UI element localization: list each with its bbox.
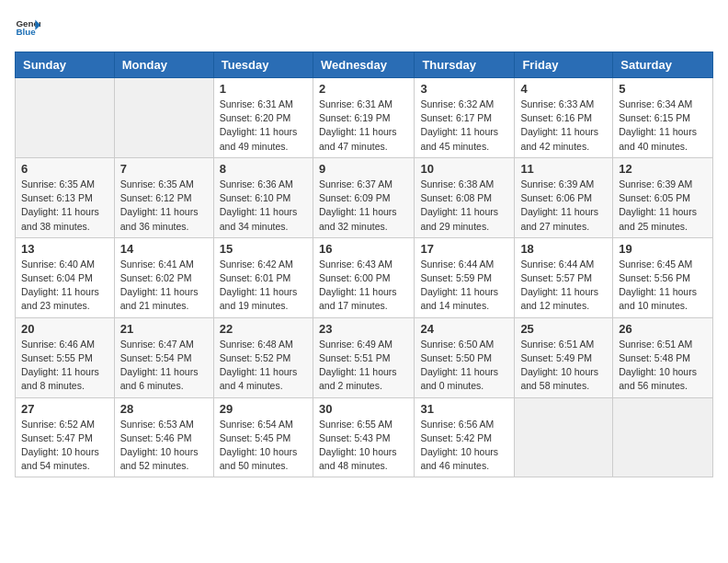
day-number: 13 bbox=[21, 242, 108, 256]
day-number: 4 bbox=[520, 82, 607, 96]
day-info: Sunrise: 6:49 AM Sunset: 5:51 PM Dayligh… bbox=[319, 338, 408, 394]
day-number: 31 bbox=[420, 402, 508, 416]
day-number: 30 bbox=[319, 402, 408, 416]
calendar-cell: 31Sunrise: 6:56 AM Sunset: 5:42 PM Dayli… bbox=[415, 397, 515, 477]
day-header-friday: Friday bbox=[515, 52, 613, 78]
day-info: Sunrise: 6:53 AM Sunset: 5:46 PM Dayligh… bbox=[120, 418, 208, 474]
calendar-cell bbox=[114, 78, 213, 158]
calendar-cell: 25Sunrise: 6:51 AM Sunset: 5:49 PM Dayli… bbox=[515, 317, 613, 397]
day-info: Sunrise: 6:31 AM Sunset: 6:19 PM Dayligh… bbox=[319, 98, 408, 154]
day-header-thursday: Thursday bbox=[415, 52, 515, 78]
day-info: Sunrise: 6:56 AM Sunset: 5:42 PM Dayligh… bbox=[420, 418, 508, 474]
calendar-cell bbox=[515, 397, 613, 477]
day-number: 17 bbox=[420, 242, 508, 256]
day-number: 11 bbox=[520, 162, 607, 176]
day-info: Sunrise: 6:48 AM Sunset: 5:52 PM Dayligh… bbox=[220, 338, 307, 394]
day-header-monday: Monday bbox=[114, 52, 213, 78]
calendar-cell: 24Sunrise: 6:50 AM Sunset: 5:50 PM Dayli… bbox=[415, 317, 515, 397]
day-header-saturday: Saturday bbox=[613, 52, 713, 78]
calendar-cell: 28Sunrise: 6:53 AM Sunset: 5:46 PM Dayli… bbox=[114, 397, 213, 477]
day-number: 5 bbox=[619, 82, 707, 96]
day-info: Sunrise: 6:41 AM Sunset: 6:02 PM Dayligh… bbox=[120, 258, 208, 314]
logo-icon: General Blue bbox=[15, 15, 40, 40]
day-info: Sunrise: 6:43 AM Sunset: 6:00 PM Dayligh… bbox=[319, 258, 408, 314]
day-number: 28 bbox=[120, 402, 208, 416]
day-info: Sunrise: 6:45 AM Sunset: 5:56 PM Dayligh… bbox=[619, 258, 707, 314]
day-info: Sunrise: 6:33 AM Sunset: 6:16 PM Dayligh… bbox=[520, 98, 607, 154]
day-info: Sunrise: 6:34 AM Sunset: 6:15 PM Dayligh… bbox=[619, 98, 707, 154]
calendar-header-row: SundayMondayTuesdayWednesdayThursdayFrid… bbox=[16, 52, 713, 78]
calendar-week-row: 27Sunrise: 6:52 AM Sunset: 5:47 PM Dayli… bbox=[16, 397, 713, 477]
calendar-cell: 13Sunrise: 6:40 AM Sunset: 6:04 PM Dayli… bbox=[16, 237, 115, 317]
day-number: 14 bbox=[120, 242, 208, 256]
day-info: Sunrise: 6:35 AM Sunset: 6:13 PM Dayligh… bbox=[21, 178, 108, 234]
calendar-cell: 27Sunrise: 6:52 AM Sunset: 5:47 PM Dayli… bbox=[16, 397, 115, 477]
day-number: 6 bbox=[21, 162, 108, 176]
calendar-week-row: 20Sunrise: 6:46 AM Sunset: 5:55 PM Dayli… bbox=[16, 317, 713, 397]
calendar-cell: 23Sunrise: 6:49 AM Sunset: 5:51 PM Dayli… bbox=[313, 317, 414, 397]
calendar-cell: 4Sunrise: 6:33 AM Sunset: 6:16 PM Daylig… bbox=[515, 78, 613, 158]
day-info: Sunrise: 6:46 AM Sunset: 5:55 PM Dayligh… bbox=[21, 338, 108, 394]
calendar-cell: 12Sunrise: 6:39 AM Sunset: 6:05 PM Dayli… bbox=[613, 157, 713, 237]
day-info: Sunrise: 6:31 AM Sunset: 6:20 PM Dayligh… bbox=[220, 98, 307, 154]
calendar-cell: 19Sunrise: 6:45 AM Sunset: 5:56 PM Dayli… bbox=[613, 237, 713, 317]
day-info: Sunrise: 6:44 AM Sunset: 5:59 PM Dayligh… bbox=[420, 258, 508, 314]
day-info: Sunrise: 6:39 AM Sunset: 6:06 PM Dayligh… bbox=[520, 178, 607, 234]
day-header-sunday: Sunday bbox=[16, 52, 115, 78]
calendar-cell bbox=[613, 397, 713, 477]
day-info: Sunrise: 6:44 AM Sunset: 5:57 PM Dayligh… bbox=[520, 258, 607, 314]
calendar-cell bbox=[16, 78, 115, 158]
day-number: 7 bbox=[120, 162, 208, 176]
logo: General Blue bbox=[15, 15, 44, 40]
day-number: 21 bbox=[120, 322, 208, 336]
day-number: 20 bbox=[21, 322, 108, 336]
svg-text:Blue: Blue bbox=[16, 27, 36, 37]
day-number: 19 bbox=[619, 242, 707, 256]
day-info: Sunrise: 6:51 AM Sunset: 5:49 PM Dayligh… bbox=[520, 338, 607, 394]
day-number: 16 bbox=[319, 242, 408, 256]
day-info: Sunrise: 6:36 AM Sunset: 6:10 PM Dayligh… bbox=[220, 178, 307, 234]
calendar-week-row: 6Sunrise: 6:35 AM Sunset: 6:13 PM Daylig… bbox=[16, 157, 713, 237]
calendar-cell: 5Sunrise: 6:34 AM Sunset: 6:15 PM Daylig… bbox=[613, 78, 713, 158]
day-info: Sunrise: 6:40 AM Sunset: 6:04 PM Dayligh… bbox=[21, 258, 108, 314]
calendar-cell: 14Sunrise: 6:41 AM Sunset: 6:02 PM Dayli… bbox=[114, 237, 213, 317]
day-number: 15 bbox=[220, 242, 307, 256]
day-info: Sunrise: 6:35 AM Sunset: 6:12 PM Dayligh… bbox=[120, 178, 208, 234]
day-number: 18 bbox=[520, 242, 607, 256]
day-number: 23 bbox=[319, 322, 408, 336]
day-info: Sunrise: 6:37 AM Sunset: 6:09 PM Dayligh… bbox=[319, 178, 408, 234]
calendar-week-row: 1Sunrise: 6:31 AM Sunset: 6:20 PM Daylig… bbox=[16, 78, 713, 158]
day-header-wednesday: Wednesday bbox=[313, 52, 414, 78]
day-number: 9 bbox=[319, 162, 408, 176]
calendar-cell: 9Sunrise: 6:37 AM Sunset: 6:09 PM Daylig… bbox=[313, 157, 414, 237]
day-number: 29 bbox=[220, 402, 307, 416]
calendar-cell: 7Sunrise: 6:35 AM Sunset: 6:12 PM Daylig… bbox=[114, 157, 213, 237]
calendar-cell: 15Sunrise: 6:42 AM Sunset: 6:01 PM Dayli… bbox=[213, 237, 313, 317]
page-header: General Blue bbox=[15, 15, 713, 40]
day-number: 10 bbox=[420, 162, 508, 176]
calendar-cell: 30Sunrise: 6:55 AM Sunset: 5:43 PM Dayli… bbox=[313, 397, 414, 477]
day-header-tuesday: Tuesday bbox=[213, 52, 313, 78]
calendar-cell: 2Sunrise: 6:31 AM Sunset: 6:19 PM Daylig… bbox=[313, 78, 414, 158]
calendar-table: SundayMondayTuesdayWednesdayThursdayFrid… bbox=[15, 52, 713, 477]
calendar-cell: 6Sunrise: 6:35 AM Sunset: 6:13 PM Daylig… bbox=[16, 157, 115, 237]
day-info: Sunrise: 6:42 AM Sunset: 6:01 PM Dayligh… bbox=[220, 258, 307, 314]
day-number: 1 bbox=[220, 82, 307, 96]
day-number: 25 bbox=[520, 322, 607, 336]
calendar-cell: 16Sunrise: 6:43 AM Sunset: 6:00 PM Dayli… bbox=[313, 237, 414, 317]
calendar-cell: 11Sunrise: 6:39 AM Sunset: 6:06 PM Dayli… bbox=[515, 157, 613, 237]
day-info: Sunrise: 6:50 AM Sunset: 5:50 PM Dayligh… bbox=[420, 338, 508, 394]
calendar-cell: 10Sunrise: 6:38 AM Sunset: 6:08 PM Dayli… bbox=[415, 157, 515, 237]
day-info: Sunrise: 6:39 AM Sunset: 6:05 PM Dayligh… bbox=[619, 178, 707, 234]
calendar-cell: 1Sunrise: 6:31 AM Sunset: 6:20 PM Daylig… bbox=[213, 78, 313, 158]
day-number: 26 bbox=[619, 322, 707, 336]
calendar-cell: 3Sunrise: 6:32 AM Sunset: 6:17 PM Daylig… bbox=[415, 78, 515, 158]
day-number: 12 bbox=[619, 162, 707, 176]
day-info: Sunrise: 6:38 AM Sunset: 6:08 PM Dayligh… bbox=[420, 178, 508, 234]
day-number: 2 bbox=[319, 82, 408, 96]
calendar-cell: 18Sunrise: 6:44 AM Sunset: 5:57 PM Dayli… bbox=[515, 237, 613, 317]
day-number: 8 bbox=[220, 162, 307, 176]
day-number: 27 bbox=[21, 402, 108, 416]
day-info: Sunrise: 6:54 AM Sunset: 5:45 PM Dayligh… bbox=[220, 418, 307, 474]
day-info: Sunrise: 6:55 AM Sunset: 5:43 PM Dayligh… bbox=[319, 418, 408, 474]
